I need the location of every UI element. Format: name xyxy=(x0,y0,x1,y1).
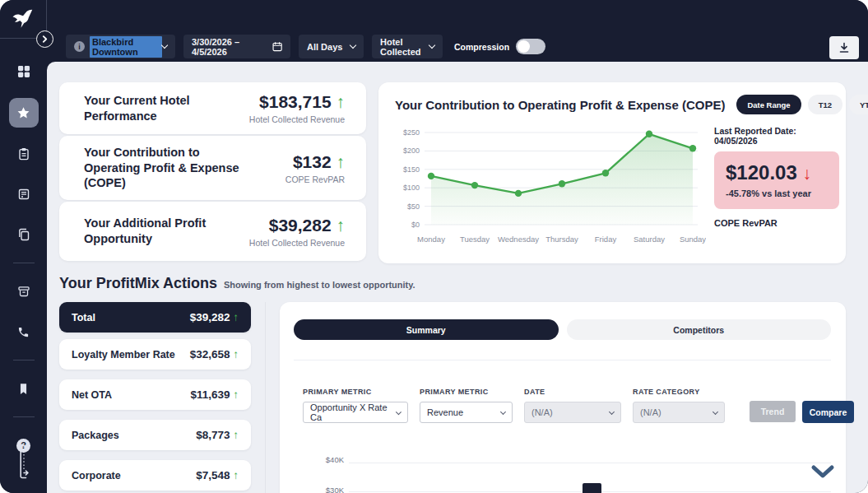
archive-icon xyxy=(17,285,30,298)
svg-text:$150: $150 xyxy=(403,165,420,174)
row-value: $8,773 xyxy=(196,429,230,441)
info-icon: i xyxy=(74,41,85,52)
row-label: Net OTA xyxy=(72,389,112,401)
toolbar: i Blackbird Downtown 3/30/2026 – 4/5/202… xyxy=(66,35,545,58)
svg-text:$100: $100 xyxy=(403,184,420,192)
sidebar-item-property[interactable] xyxy=(9,180,39,208)
download-icon xyxy=(838,42,850,53)
svg-text:$200: $200 xyxy=(403,147,420,155)
sidebar-divider xyxy=(13,263,35,263)
day-filter-select[interactable]: All Days xyxy=(299,35,364,58)
sidebar-item-tasks[interactable] xyxy=(9,140,39,168)
gridline xyxy=(349,463,831,463)
sidebar-item-logout[interactable] xyxy=(0,444,47,481)
chevron-down-icon xyxy=(713,408,718,414)
logout-icon xyxy=(16,444,31,481)
sidebar-item-calls[interactable] xyxy=(9,318,39,346)
stat-card-current-performance: Your Current Hotel Performance $183,715 … xyxy=(59,82,366,134)
row-label: Packages xyxy=(72,430,119,441)
trend-up-icon: ↑ xyxy=(337,152,346,171)
primary-metric-select-2[interactable]: Revenue xyxy=(420,402,513,423)
select-value: (N/A) xyxy=(531,407,553,417)
cope-panel-title: Your Contribution to Operating Profit & … xyxy=(395,98,725,112)
range-button-t12[interactable]: T12 xyxy=(808,95,842,114)
compression-control: Compression xyxy=(454,39,545,54)
date-range-picker[interactable]: 3/30/2026 – 4/5/2026 xyxy=(183,35,290,58)
stat-card-caption: Hotel Collected Revenue xyxy=(249,114,345,124)
profitmix-row-corporate[interactable]: Corporate $7,548 ↑ xyxy=(59,460,251,491)
sidebar-item-reports[interactable] xyxy=(9,221,39,249)
trend-up-icon: ↑ xyxy=(337,216,346,235)
filter-label: PRIMARY METRIC xyxy=(420,388,513,396)
sidebar-item-apps[interactable] xyxy=(9,58,39,86)
compression-label: Compression xyxy=(454,42,509,52)
apps-grid-icon xyxy=(17,65,30,78)
download-button[interactable] xyxy=(829,36,859,59)
sidebar-item-favorites[interactable] xyxy=(9,98,39,128)
trend-up-icon: ↑ xyxy=(233,348,239,360)
sidebar-item-archive[interactable] xyxy=(9,277,39,305)
detail-panel: Summary Competitors PRIMARY METRIC Oppor… xyxy=(280,302,846,493)
filter-date: DATE (N/A) xyxy=(524,388,621,423)
date-select[interactable]: (N/A) xyxy=(524,402,621,423)
property-select[interactable]: i Blackbird Downtown xyxy=(66,35,175,58)
row-value: $7,548 xyxy=(196,469,230,481)
bar-chart-bar xyxy=(583,483,601,493)
sidebar-divider xyxy=(13,416,35,417)
range-button-ytd[interactable]: YTD xyxy=(849,95,868,114)
day-filter-value: All Days xyxy=(307,42,342,52)
sidebar-item-bookmarks[interactable] xyxy=(9,374,39,402)
trend-up-icon: ↑ xyxy=(233,311,239,323)
stat-card-title: Your Current Hotel Performance xyxy=(84,93,244,123)
main-content: Your Current Hotel Performance $183,715 … xyxy=(47,62,868,493)
property-icon xyxy=(17,188,30,201)
cope-panel: Your Contribution to Operating Profit & … xyxy=(378,82,846,263)
row-label: Total xyxy=(72,312,95,323)
chevron-right-icon xyxy=(41,35,49,43)
rate-category-select[interactable]: (N/A) xyxy=(633,402,725,423)
svg-text:Wednesday: Wednesday xyxy=(498,235,539,244)
stat-card-value: $183,715 xyxy=(259,92,332,111)
sidebar: ? xyxy=(0,0,47,493)
collection-filter-select[interactable]: Hotel Collected xyxy=(372,35,443,58)
clipboard-icon xyxy=(17,147,30,160)
svg-text:$50: $50 xyxy=(407,202,420,211)
profitmix-row-net-ota[interactable]: Net OTA $11,639 ↑ xyxy=(59,379,251,410)
profitmix-row-loyalty-member-rate[interactable]: Loyalty Member Rate $32,658 ↑ xyxy=(59,339,251,370)
topbar: i Blackbird Downtown 3/30/2026 – 4/5/202… xyxy=(47,0,868,62)
bar-chart-ytick-40k: $40K xyxy=(313,455,344,464)
vertical-divider xyxy=(265,302,266,493)
chevron-down-icon xyxy=(350,42,356,49)
profitmix-row-total[interactable]: Total $39,282 ↑ xyxy=(59,302,251,333)
toggle-knob xyxy=(518,40,530,53)
trend-up-icon: ↑ xyxy=(233,429,239,441)
expand-section-button[interactable] xyxy=(810,463,835,485)
compare-button[interactable]: Compare xyxy=(802,401,854,423)
trend-down-icon: ↓ xyxy=(802,164,811,183)
filter-primary-metric-1: PRIMARY METRIC Opportunity X Rate Ca xyxy=(303,388,408,423)
chevron-down-icon xyxy=(810,463,835,481)
row-value: $32,658 xyxy=(190,348,230,360)
select-value: Opportunity X Rate Ca xyxy=(310,402,392,422)
cope-highlight-card: $120.03 ↓ -45.78% vs last year xyxy=(714,151,839,209)
profitmix-row-packages[interactable]: Packages $8,773 ↑ xyxy=(59,420,251,450)
compression-toggle[interactable] xyxy=(516,39,545,54)
primary-metric-select-1[interactable]: Opportunity X Rate Ca xyxy=(303,402,408,423)
svg-text:$250: $250 xyxy=(403,128,420,137)
star-icon xyxy=(16,106,30,120)
highlight-caption: COPE RevPAR xyxy=(714,218,839,228)
select-value: Revenue xyxy=(427,407,463,417)
row-label: Corporate xyxy=(72,470,121,481)
tab-competitors[interactable]: Competitors xyxy=(567,319,832,340)
stat-card-caption: Hotel Collected Revenue xyxy=(249,238,345,248)
stat-card-caption: COPE RevPAR xyxy=(285,174,345,184)
trend-button[interactable]: Trend xyxy=(750,401,796,422)
filter-primary-metric-2: PRIMARY METRIC Revenue xyxy=(420,388,513,423)
highlight-value: $120.03 xyxy=(726,161,797,184)
stat-card-value: $132 xyxy=(293,152,332,171)
range-button-date-range[interactable]: Date Range xyxy=(736,95,801,114)
stat-card-cope: Your Contribution to Operating Profit & … xyxy=(59,136,366,200)
sidebar-expand-button[interactable] xyxy=(36,30,53,48)
tab-summary[interactable]: Summary xyxy=(294,319,559,340)
calendar-icon xyxy=(272,41,282,52)
